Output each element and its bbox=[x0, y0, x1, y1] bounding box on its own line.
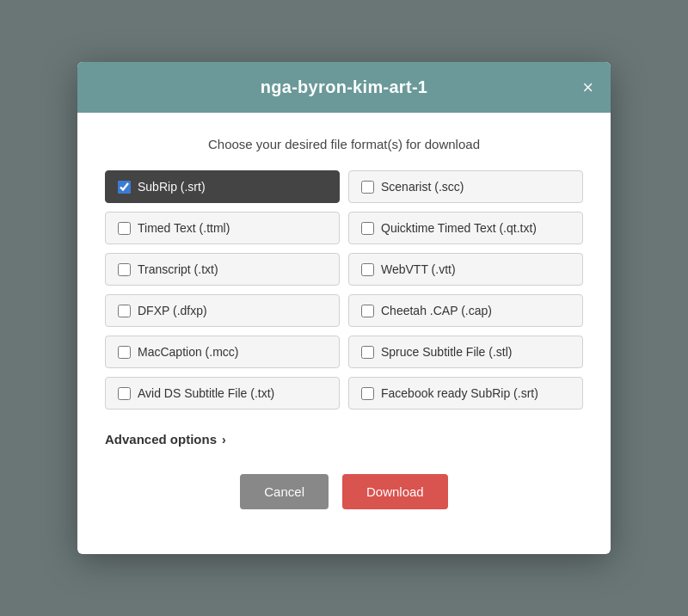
checkbox-timedtext[interactable] bbox=[118, 222, 131, 235]
format-label-quicktime: Quicktime Timed Text (.qt.txt) bbox=[381, 221, 537, 235]
checkbox-facebook[interactable] bbox=[361, 387, 374, 400]
modal-subtitle: Choose your desired file format(s) for d… bbox=[105, 137, 583, 151]
format-label-spruce: Spruce Subtitle File (.stl) bbox=[381, 345, 513, 359]
checkbox-cheetah[interactable] bbox=[361, 305, 374, 317]
advanced-options-label: Advanced options bbox=[105, 432, 217, 447]
format-label-facebook: Facebook ready SubRip (.srt) bbox=[381, 386, 538, 400]
format-grid: SubRip (.srt)Scenarist (.scc)Timed Text … bbox=[105, 170, 583, 410]
modal-footer: Cancel Download bbox=[105, 474, 583, 533]
format-option-dfxp[interactable]: DFXP (.dfxp) bbox=[105, 294, 340, 327]
format-label-cheetah: Cheetah .CAP (.cap) bbox=[381, 304, 492, 317]
checkbox-maccaption[interactable] bbox=[118, 346, 131, 359]
format-label-scenarist: Scenarist (.scc) bbox=[381, 180, 464, 194]
format-option-quicktime[interactable]: Quicktime Timed Text (.qt.txt) bbox=[348, 212, 583, 244]
format-option-cheetah[interactable]: Cheetah .CAP (.cap) bbox=[348, 294, 583, 327]
format-label-webvtt: WebVTT (.vtt) bbox=[381, 262, 456, 276]
checkbox-quicktime[interactable] bbox=[361, 222, 374, 235]
checkbox-scenarist[interactable] bbox=[361, 181, 374, 194]
modal-title: nga-byron-kim-art-1 bbox=[261, 77, 428, 97]
format-option-maccaption[interactable]: MacCaption (.mcc) bbox=[105, 336, 340, 368]
format-label-subrip: SubRip (.srt) bbox=[138, 180, 206, 194]
format-option-spruce[interactable]: Spruce Subtitle File (.stl) bbox=[348, 336, 583, 368]
checkbox-transcript[interactable] bbox=[118, 263, 131, 276]
format-label-transcript: Transcript (.txt) bbox=[138, 262, 218, 276]
format-option-transcript[interactable]: Transcript (.txt) bbox=[105, 253, 340, 286]
checkbox-webvtt[interactable] bbox=[361, 263, 374, 276]
advanced-options-toggle[interactable]: Advanced options › bbox=[105, 428, 583, 450]
checkbox-dfxp[interactable] bbox=[118, 305, 131, 317]
chevron-right-icon: › bbox=[222, 433, 226, 447]
format-label-maccaption: MacCaption (.mcc) bbox=[138, 345, 238, 359]
modal-body: Choose your desired file format(s) for d… bbox=[77, 113, 611, 554]
format-label-timedtext: Timed Text (.ttml) bbox=[138, 221, 230, 235]
format-option-avid[interactable]: Avid DS Subtitle File (.txt) bbox=[105, 377, 340, 410]
format-label-dfxp: DFXP (.dfxp) bbox=[138, 304, 207, 317]
download-modal: nga-byron-kim-art-1 × Choose your desire… bbox=[77, 62, 611, 554]
checkbox-avid[interactable] bbox=[118, 387, 131, 400]
format-option-timedtext[interactable]: Timed Text (.ttml) bbox=[105, 212, 340, 244]
checkbox-spruce[interactable] bbox=[361, 346, 374, 359]
download-button[interactable]: Download bbox=[342, 474, 448, 509]
format-option-webvtt[interactable]: WebVTT (.vtt) bbox=[348, 253, 583, 286]
checkbox-subrip[interactable] bbox=[118, 181, 131, 194]
format-option-subrip[interactable]: SubRip (.srt) bbox=[105, 170, 340, 203]
format-option-facebook[interactable]: Facebook ready SubRip (.srt) bbox=[348, 377, 583, 410]
modal-header: nga-byron-kim-art-1 × bbox=[77, 62, 611, 113]
close-button[interactable]: × bbox=[582, 78, 593, 97]
format-option-scenarist[interactable]: Scenarist (.scc) bbox=[348, 170, 583, 203]
format-label-avid: Avid DS Subtitle File (.txt) bbox=[138, 386, 274, 400]
cancel-button[interactable]: Cancel bbox=[240, 474, 329, 509]
